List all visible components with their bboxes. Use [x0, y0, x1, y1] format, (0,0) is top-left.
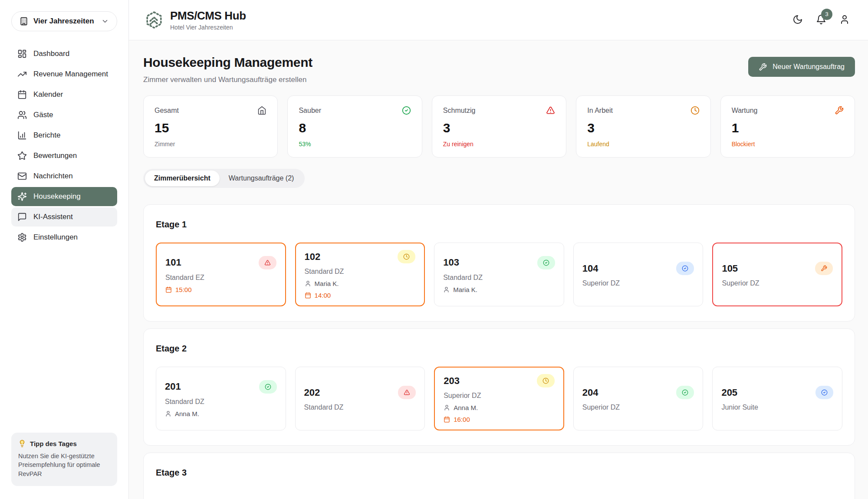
new-maintenance-order-button[interactable]: Neuer Wartungsauftrag	[748, 57, 855, 77]
sidebar-item-label: Berichte	[33, 131, 60, 140]
room-cleaner: Anna M.	[165, 410, 277, 417]
stat-sub: Laufend	[587, 141, 699, 148]
tip-title: Tipp des Tages	[30, 440, 77, 447]
room-status-badge	[815, 262, 833, 275]
sidebar-item-kalender[interactable]: Kalender	[11, 85, 117, 104]
stat-sub: Zu reinigen	[443, 141, 555, 148]
room-cleaner: Maria K.	[305, 280, 416, 287]
main-area: PMS/CMS Hub Hotel Vier Jahreszeiten 3 Ho…	[129, 0, 868, 499]
stats-row: Gesamt15ZimmerSauber853%Schmutzig3Zu rei…	[143, 95, 855, 158]
trending-up-icon	[17, 69, 27, 79]
sidebar-item-dashboard[interactable]: Dashboard	[11, 44, 117, 63]
room-card-205[interactable]: 205Junior Suite	[712, 367, 842, 430]
app-title: PMS/CMS Hub	[170, 9, 246, 23]
stat-value: 3	[587, 121, 699, 135]
home-icon	[257, 106, 266, 115]
stat-label: Schmutzig	[443, 107, 476, 115]
sidebar-item-label: KI-Assistent	[33, 213, 73, 221]
sidebar-item-label: Revenue Management	[33, 70, 108, 79]
floor-title: Etage 1	[156, 220, 842, 230]
room-status-badge	[815, 386, 833, 399]
wrench-icon	[759, 63, 767, 71]
hotel-selector[interactable]: Vier Jahreszeiten	[11, 11, 117, 31]
brand: PMS/CMS Hub Hotel Vier Jahreszeiten	[145, 9, 246, 31]
sidebar-item-bewertungen[interactable]: Bewertungen	[11, 146, 117, 165]
room-type: Junior Suite	[721, 404, 833, 411]
sidebar-item-g-ste[interactable]: Gäste	[11, 105, 117, 125]
dashboard-icon	[17, 49, 27, 59]
calendar-icon	[165, 286, 172, 293]
tabs: ZimmerübersichtWartungsaufträge (2)	[143, 169, 305, 188]
stat-sub: Zimmer	[155, 141, 266, 148]
settings-icon	[17, 233, 27, 242]
room-card-102[interactable]: 102Standard DZMaria K.14:00	[295, 243, 425, 306]
room-type: Superior DZ	[444, 392, 555, 400]
room-card-104[interactable]: 104Superior DZ	[573, 243, 704, 306]
room-type: Superior DZ	[582, 404, 694, 411]
sidebar-item-housekeeping[interactable]: Housekeeping	[11, 187, 117, 206]
room-cleaner: Anna M.	[444, 404, 555, 411]
stat-value: 15	[155, 121, 266, 135]
floor-section-etage-3: Etage 3	[143, 453, 855, 499]
floor-sections: Etage 1101Standard EZ15:00102Standard DZ…	[143, 204, 855, 499]
room-card-105[interactable]: 105Superior DZ	[712, 243, 842, 306]
room-number: 201	[165, 381, 181, 392]
check-circle-icon	[265, 384, 271, 390]
room-card-203[interactable]: 203Superior DZAnna M.16:00	[434, 367, 564, 430]
sidebar-item-label: Einstellungen	[33, 233, 78, 242]
calendar-icon	[17, 90, 27, 99]
room-number: 204	[582, 387, 598, 398]
stat-card-wartung: Wartung1Blockiert	[720, 95, 855, 158]
room-status-badge	[398, 386, 416, 399]
page-content: Housekeeping Management Zimmer verwalten…	[129, 40, 868, 499]
sidebar-item-label: Kalender	[33, 90, 63, 99]
room-card-103[interactable]: 103Standard DZMaria K.	[434, 243, 564, 306]
stat-value: 8	[299, 121, 411, 135]
users-icon	[17, 110, 27, 120]
room-cleaner: Maria K.	[443, 286, 555, 293]
clock-icon	[542, 378, 549, 384]
clock-icon	[690, 106, 700, 115]
room-scheduled-time: 14:00	[305, 292, 416, 299]
sidebar-item-einstellungen[interactable]: Einstellungen	[11, 228, 117, 247]
room-status-badge	[537, 374, 555, 387]
room-card-201[interactable]: 201Standard DZAnna M.	[156, 367, 286, 430]
room-scheduled-time: 15:00	[165, 286, 276, 293]
alert-triangle-icon	[404, 389, 410, 396]
notifications-button[interactable]: 3	[816, 14, 826, 26]
room-number: 101	[165, 257, 181, 268]
sidebar-item-label: Nachrichten	[33, 172, 73, 181]
room-card-204[interactable]: 204Superior DZ	[573, 367, 704, 430]
room-card-101[interactable]: 101Standard EZ15:00	[156, 243, 286, 306]
sidebar-item-revenue-management[interactable]: Revenue Management	[11, 65, 117, 84]
sidebar-item-nachrichten[interactable]: Nachrichten	[11, 167, 117, 186]
message-square-icon	[17, 212, 27, 222]
room-type: Standard DZ	[305, 268, 416, 276]
alert-triangle-icon	[264, 259, 271, 266]
sidebar-item-label: Bewertungen	[33, 151, 77, 160]
sidebar-item-label: Housekeeping	[33, 192, 81, 201]
floor-section-etage-1: Etage 1101Standard EZ15:00102Standard DZ…	[143, 204, 855, 322]
tab-wartungsauftr-ge-2[interactable]: Wartungsaufträge (2)	[220, 171, 303, 186]
stat-label: In Arbeit	[587, 107, 613, 115]
room-status-badge	[398, 250, 415, 263]
app-root: Vier Jahreszeiten DashboardRevenue Manag…	[0, 0, 868, 499]
star-icon	[17, 151, 27, 161]
room-type: Standard DZ	[443, 274, 555, 282]
sidebar-item-berichte[interactable]: Berichte	[11, 126, 117, 145]
stat-label: Gesamt	[155, 107, 179, 115]
sidebar-item-ki-assistent[interactable]: KI-Assistent	[11, 207, 117, 227]
rooms-grid: 101Standard EZ15:00102Standard DZMaria K…	[156, 243, 842, 306]
room-card-202[interactable]: 202Standard DZ	[295, 367, 425, 430]
dark-mode-toggle[interactable]	[792, 14, 803, 26]
user-menu-button[interactable]	[839, 14, 850, 26]
topbar: PMS/CMS Hub Hotel Vier Jahreszeiten 3	[129, 0, 868, 40]
wrench-icon	[821, 265, 827, 272]
room-status-badge	[259, 256, 276, 269]
tab-zimmer-bersicht[interactable]: Zimmerübersicht	[145, 171, 220, 186]
tip-text: Nutzen Sie die KI-gestützte Preisempfehl…	[18, 452, 110, 478]
sparkles-icon	[17, 192, 27, 201]
user-icon	[444, 404, 450, 411]
stat-card-schmutzig: Schmutzig3Zu reinigen	[432, 95, 566, 158]
lightbulb-icon	[18, 440, 26, 447]
